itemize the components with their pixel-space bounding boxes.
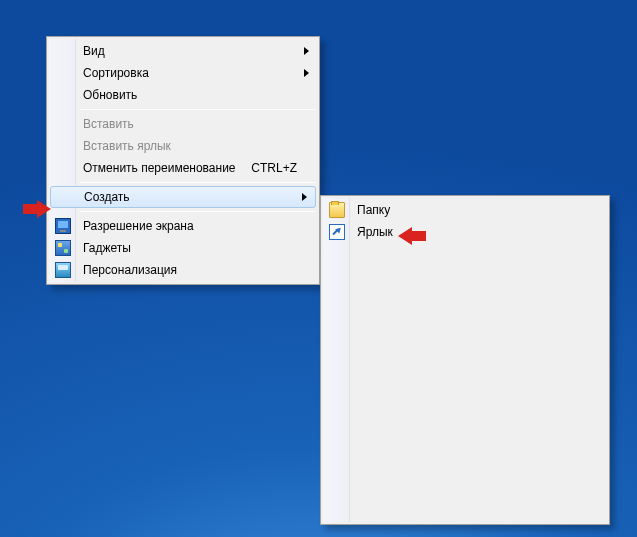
menu-item-undo-rename[interactable]: Отменить переименование CTRL+Z [49, 157, 317, 179]
menu-item-screen-resolution[interactable]: Разрешение экрана [49, 215, 317, 237]
annotation-arrow-right [398, 227, 426, 245]
create-submenu: Папку Ярлык [320, 195, 610, 525]
submenu-item-shortcut[interactable]: Ярлык [323, 221, 607, 243]
menu-item-label: Вид [83, 44, 297, 58]
submenu-arrow-icon [304, 69, 309, 77]
menu-item-gadgets[interactable]: Гаджеты [49, 237, 317, 259]
menu-item-label: Обновить [83, 88, 297, 102]
desktop[interactable]: Вид Сортировка Обновить Вставить Вставит… [0, 0, 637, 537]
screen-icon [55, 218, 71, 234]
menu-item-sort[interactable]: Сортировка [49, 62, 317, 84]
svg-marker-0 [23, 200, 51, 218]
menu-item-label: Персонализация [83, 263, 297, 277]
shortcut-icon [329, 224, 345, 240]
menu-item-label: Ярлык [357, 225, 587, 239]
menu-item-label: Вставить ярлык [83, 139, 297, 153]
menu-item-label: Разрешение экрана [83, 219, 297, 233]
menu-item-shortcut: CTRL+Z [251, 161, 297, 175]
menu-separator [80, 211, 315, 212]
folder-icon [329, 202, 345, 218]
menu-item-label: Отменить переименование [83, 161, 239, 175]
menu-item-label: Создать [84, 190, 296, 204]
menu-item-refresh[interactable]: Обновить [49, 84, 317, 106]
menu-item-paste: Вставить [49, 113, 317, 135]
menu-item-label: Папку [357, 203, 587, 217]
menu-item-create[interactable]: Создать [50, 186, 316, 208]
menu-icon-gutter [323, 198, 350, 522]
menu-separator [80, 182, 315, 183]
menu-item-view[interactable]: Вид [49, 40, 317, 62]
svg-marker-1 [398, 227, 426, 245]
gadget-icon [55, 240, 71, 256]
menu-separator [80, 109, 315, 110]
submenu-arrow-icon [304, 47, 309, 55]
menu-item-paste-shortcut: Вставить ярлык [49, 135, 317, 157]
menu-item-label: Вставить [83, 117, 297, 131]
desktop-context-menu: Вид Сортировка Обновить Вставить Вставит… [46, 36, 320, 285]
annotation-arrow-left [23, 200, 51, 218]
submenu-arrow-icon [302, 193, 307, 201]
submenu-item-folder[interactable]: Папку [323, 199, 607, 221]
menu-item-label: Сортировка [83, 66, 297, 80]
personalize-icon [55, 262, 71, 278]
menu-item-label: Гаджеты [83, 241, 297, 255]
menu-item-personalize[interactable]: Персонализация [49, 259, 317, 281]
